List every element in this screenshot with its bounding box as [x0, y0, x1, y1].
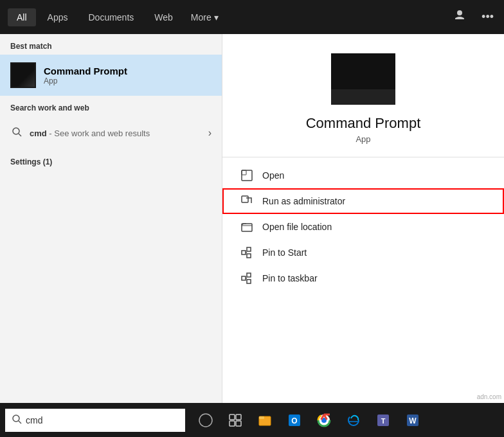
task-view-icon[interactable] — [221, 406, 249, 434]
search-web-text: cmd - See work and web results — [30, 129, 150, 138]
outlook-icon[interactable]: O — [280, 406, 309, 434]
svg-line-15 — [19, 421, 21, 424]
folder-icon — [240, 220, 253, 233]
svg-rect-5 — [242, 224, 252, 231]
action-pin-start[interactable]: Pin to Start — [222, 240, 504, 265]
shield-icon — [240, 195, 253, 208]
action-open-label: Open — [262, 170, 284, 181]
search-container: Best match Command Prompt App Search wor… — [0, 34, 504, 437]
svg-text:O: O — [291, 416, 297, 425]
taskbar-search-icon — [12, 414, 22, 427]
app-type-large: App — [356, 134, 370, 144]
action-open-file-label: Open file location — [262, 222, 332, 232]
more-label: More — [191, 12, 212, 22]
taskbar-icons: O T — [192, 406, 427, 434]
pin-start-icon — [240, 246, 253, 259]
tab-all[interactable]: All — [8, 8, 36, 26]
best-match-text: Command Prompt App — [44, 66, 127, 85]
action-list: Open Run as administrator — [222, 163, 504, 291]
best-match-title: Command Prompt — [44, 66, 127, 76]
tab-apps[interactable]: Apps — [39, 8, 77, 26]
taskbar-search-text: cmd — [26, 415, 42, 425]
svg-rect-2 — [242, 170, 252, 181]
svg-rect-19 — [230, 421, 235, 426]
right-panel: Command Prompt App Open — [222, 34, 504, 437]
search-rest: - See work and web results — [49, 129, 150, 138]
action-open-file[interactable]: Open file location — [222, 214, 504, 240]
app-icon-large — [331, 53, 395, 105]
action-pin-taskbar[interactable]: Pin to taskbar — [222, 265, 504, 291]
start-button[interactable] — [192, 406, 220, 434]
svg-rect-17 — [230, 415, 235, 420]
search-web-arrow-icon[interactable]: › — [208, 127, 212, 139]
search-query: cmd — [30, 129, 47, 138]
svg-rect-4 — [242, 196, 248, 202]
nav-right: ••• — [451, 6, 496, 28]
search-web-section: cmd - See work and web results › — [0, 116, 222, 150]
tab-documents[interactable]: Documents — [79, 8, 143, 26]
best-match-subtitle: App — [44, 76, 127, 85]
chevron-down-icon: ▾ — [214, 12, 219, 22]
cmd-icon — [10, 62, 36, 88]
top-nav: All Apps Documents Web More ▾ ••• — [0, 0, 504, 34]
svg-rect-12 — [247, 280, 251, 283]
svg-rect-3 — [242, 170, 246, 175]
explorer-icon[interactable] — [251, 406, 279, 434]
best-match-label: Best match — [0, 34, 222, 55]
divider — [222, 157, 504, 157]
svg-point-0 — [13, 128, 19, 134]
tab-web[interactable]: Web — [145, 8, 182, 26]
pin-taskbar-icon — [240, 272, 253, 285]
svg-rect-22 — [259, 416, 264, 419]
taskbar-search[interactable]: cmd — [5, 409, 185, 432]
search-web-icon — [10, 127, 23, 139]
svg-point-14 — [13, 415, 19, 422]
word-icon[interactable]: W — [399, 406, 427, 434]
search-web-label: Search work and web — [0, 96, 222, 116]
person-icon[interactable] — [451, 6, 469, 28]
taskbar: cmd O — [0, 403, 504, 437]
open-icon — [240, 169, 253, 182]
left-panel: Best match Command Prompt App Search wor… — [0, 34, 222, 437]
ellipsis-icon[interactable]: ••• — [479, 8, 496, 26]
edge-icon[interactable] — [339, 406, 368, 434]
svg-point-16 — [199, 414, 212, 427]
svg-rect-8 — [247, 254, 251, 258]
svg-text:T: T — [381, 417, 386, 425]
app-name-large: Command Prompt — [306, 115, 421, 132]
action-pin-start-label: Pin to Start — [262, 247, 307, 258]
svg-rect-10 — [242, 276, 246, 280]
svg-rect-7 — [247, 247, 251, 251]
svg-rect-11 — [247, 273, 251, 277]
watermark: adn.com — [474, 392, 504, 402]
svg-rect-20 — [236, 421, 241, 426]
settings-label: Settings (1) — [0, 150, 222, 170]
action-open[interactable]: Open — [222, 163, 504, 188]
action-run-admin[interactable]: Run as administrator — [222, 188, 504, 214]
teams-icon[interactable]: T — [369, 406, 397, 434]
action-pin-taskbar-label: Pin to taskbar — [262, 273, 318, 283]
svg-rect-6 — [242, 251, 246, 254]
action-run-admin-label: Run as administrator — [262, 196, 345, 206]
tab-more[interactable]: More ▾ — [184, 8, 225, 26]
svg-text:W: W — [409, 416, 417, 425]
svg-rect-18 — [236, 415, 241, 420]
search-web-item[interactable]: cmd - See work and web results › — [0, 121, 222, 145]
chrome-icon[interactable] — [310, 406, 338, 434]
svg-line-1 — [19, 134, 21, 136]
best-match-item[interactable]: Command Prompt App — [0, 55, 222, 96]
